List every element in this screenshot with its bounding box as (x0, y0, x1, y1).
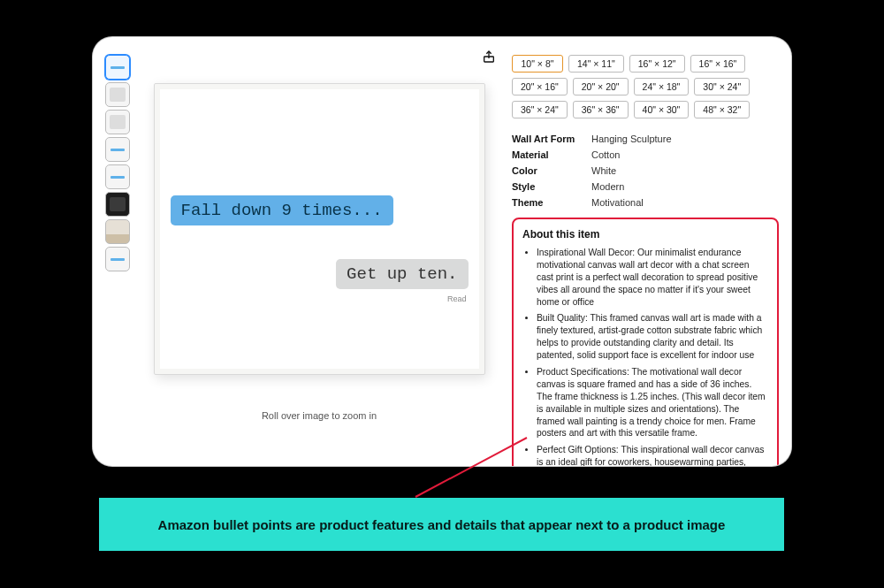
attr-label: Color (512, 165, 591, 176)
about-this-item-box: About this item Inspirational Wall Decor… (512, 218, 779, 466)
about-bullet-3: Perfect Gift Options: This inspirational… (537, 444, 766, 466)
attr-row-1: MaterialCotton (512, 147, 779, 163)
about-bullet-2: Product Specifications: The motivational… (537, 366, 766, 439)
product-main-image[interactable]: Fall down 9 times... Get up ten. Read (154, 83, 485, 375)
product-page-content: Fall down 9 times... Get up ten. Read Ro… (93, 37, 791, 466)
share-icon[interactable] (482, 50, 496, 64)
attr-value: Cotton (591, 149, 620, 160)
attr-value: Motivational (591, 197, 644, 208)
thumbnail-4[interactable] (105, 164, 130, 189)
attr-value: White (591, 165, 616, 176)
attr-label: Style (512, 181, 591, 192)
size-option-11[interactable]: 48" × 32" (694, 101, 750, 118)
attr-value: Modern (591, 181, 624, 192)
attr-label: Theme (512, 197, 591, 208)
size-option-8[interactable]: 36" × 24" (512, 101, 568, 118)
size-option-5[interactable]: 20" × 20" (573, 78, 629, 95)
chat-bubble-bottom: Get up ten. Read (336, 259, 468, 289)
about-bullet-list: Inspirational Wall Decor: Our minimalist… (522, 247, 766, 466)
size-option-4[interactable]: 20" × 16" (512, 78, 568, 95)
attr-row-3: StyleModern (512, 179, 779, 195)
attr-label: Wall Art Form (512, 134, 591, 144)
thumbnail-1[interactable] (105, 82, 130, 107)
attr-label: Material (512, 149, 591, 160)
details-column: 10" × 8"14" × 11"16" × 12"16" × 16"20" ×… (496, 50, 779, 457)
thumbnail-strip (105, 50, 133, 457)
read-receipt: Read (447, 294, 467, 303)
chat-bubble-bottom-text: Get up ten. (347, 264, 457, 284)
product-page-frame: Fall down 9 times... Get up ten. Read Ro… (93, 37, 791, 466)
rollover-hint: Roll over image to zoom in (262, 410, 377, 421)
size-option-0[interactable]: 10" × 8" (512, 55, 563, 73)
thumbnail-2[interactable] (105, 110, 130, 134)
attr-value: Hanging Sculpture (591, 134, 672, 144)
image-column: Fall down 9 times... Get up ten. Read Ro… (142, 50, 496, 457)
size-option-2[interactable]: 16" × 12" (629, 55, 685, 73)
size-option-10[interactable]: 40" × 30" (634, 101, 690, 118)
thumbnail-6[interactable] (105, 219, 130, 244)
thumbnail-3[interactable] (105, 137, 130, 162)
size-option-9[interactable]: 36" × 36" (573, 101, 629, 118)
size-option-1[interactable]: 14" × 11" (568, 55, 624, 73)
size-option-3[interactable]: 16" × 16" (690, 55, 746, 73)
attr-row-4: ThemeMotivational (512, 195, 779, 210)
size-options: 10" × 8"14" × 11"16" × 12"16" × 16"20" ×… (512, 55, 779, 118)
about-bullet-0: Inspirational Wall Decor: Our minimalist… (537, 247, 766, 308)
chat-bubble-top: Fall down 9 times... (171, 195, 393, 225)
about-bullet-1: Built Quality: This framed canvas wall a… (537, 312, 766, 362)
thumbnail-0[interactable] (105, 55, 130, 80)
size-option-7[interactable]: 30" × 24" (694, 78, 750, 95)
caption-text: Amazon bullet points are product feature… (151, 517, 733, 532)
attr-row-2: ColorWhite (512, 163, 779, 179)
thumbnail-5[interactable] (105, 192, 130, 217)
explainer-caption: Amazon bullet points are product feature… (99, 498, 784, 551)
share-row (142, 50, 496, 67)
about-title: About this item (522, 228, 766, 241)
attributes-table: Wall Art FormHanging SculptureMaterialCo… (512, 131, 779, 210)
size-option-6[interactable]: 24" × 18" (634, 78, 690, 95)
thumbnail-7[interactable] (105, 247, 130, 271)
attr-row-0: Wall Art FormHanging Sculpture (512, 131, 779, 147)
